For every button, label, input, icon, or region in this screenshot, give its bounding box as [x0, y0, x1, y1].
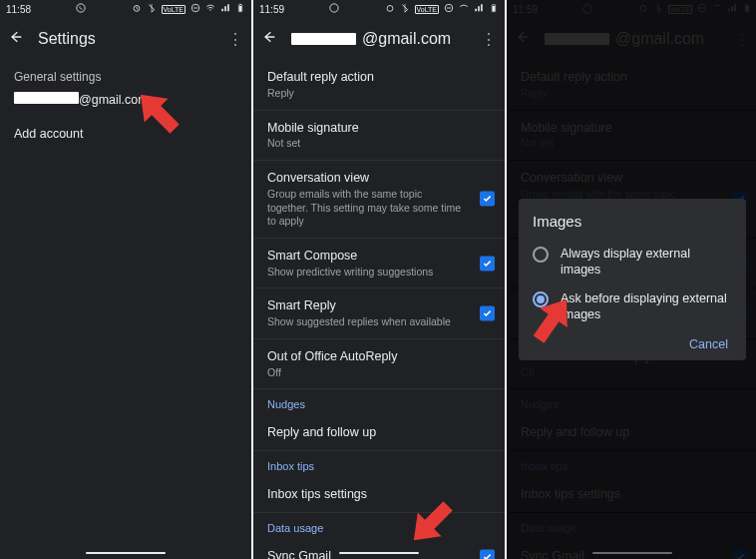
data-usage-header: Data usage	[253, 513, 505, 539]
appbar: Settings ⋮	[0, 18, 251, 60]
svg-point-0	[77, 4, 85, 12]
radio-ask[interactable]: Ask before displaying external images	[533, 284, 732, 329]
whatsapp-icon	[329, 3, 339, 15]
checkbox-icon[interactable]	[480, 192, 495, 207]
images-dialog: Images Always display external images As…	[519, 199, 746, 360]
nav-handle	[339, 552, 419, 554]
signal-icon	[474, 3, 484, 15]
wifi-icon	[459, 3, 469, 15]
checkbox-icon[interactable]	[480, 549, 495, 559]
checkbox-icon[interactable]	[480, 306, 495, 321]
account-item[interactable]: @gmail.com	[0, 88, 251, 118]
status-bar: 11:58 VoLTE	[0, 0, 251, 18]
wifi-icon	[205, 3, 215, 15]
phone-account-settings: 11:59 VoLTE @gmail.com ⋮ Default reply a…	[253, 0, 505, 559]
ooo-item[interactable]: Out of Office AutoReply Off	[253, 339, 505, 390]
sync-gmail-item[interactable]: Sync Gmail	[253, 539, 505, 559]
cancel-button[interactable]: Cancel	[685, 331, 732, 357]
svg-point-7	[387, 6, 393, 12]
mobile-sig-item[interactable]: Mobile signature Not set	[253, 111, 505, 162]
volte-icon: VoLTE	[162, 5, 187, 14]
back-icon[interactable]	[261, 29, 277, 49]
back-icon[interactable]	[8, 29, 24, 49]
bluetooth-icon	[400, 3, 410, 15]
smart-reply-item[interactable]: Smart Reply Show suggested replies when …	[253, 288, 505, 339]
svg-point-6	[330, 4, 338, 12]
inbox-tips-item[interactable]: Inbox tips settings	[253, 477, 505, 513]
phone-dialog: 11:59 VoLTE @gmail.com ⋮ Default reply a…	[507, 0, 756, 559]
alarm-icon	[385, 3, 395, 15]
dnd-icon	[190, 3, 200, 15]
dnd-icon	[444, 3, 454, 15]
battery-icon	[489, 3, 499, 15]
clock: 11:58	[6, 4, 31, 15]
default-reply-item[interactable]: Default reply action Reply	[253, 60, 505, 111]
nav-handle	[86, 552, 166, 554]
checkbox-icon[interactable]	[480, 256, 495, 271]
svg-rect-10	[493, 6, 496, 11]
page-title: @gmail.com	[291, 30, 467, 48]
overflow-icon[interactable]: ⋮	[481, 30, 497, 49]
conversation-view-item[interactable]: Conversation view Group emails with the …	[253, 161, 505, 239]
phone-settings: 11:58 VoLTE Settings ⋮ General settings …	[0, 0, 251, 559]
alarm-icon	[132, 3, 142, 15]
radio-icon	[533, 247, 549, 263]
dialog-overlay[interactable]: Images Always display external images As…	[507, 0, 756, 559]
inbox-tips-header: Inbox tips	[253, 451, 505, 477]
svg-rect-5	[239, 6, 242, 11]
clock: 11:59	[259, 4, 284, 15]
battery-icon	[235, 3, 245, 15]
redacted-email	[14, 92, 79, 104]
smart-compose-item[interactable]: Smart Compose Show predictive writing su…	[253, 239, 505, 289]
dialog-title: Images	[533, 213, 732, 230]
page-title: Settings	[38, 30, 213, 48]
nudges-header: Nudges	[253, 389, 505, 415]
signal-icon	[220, 3, 230, 15]
bluetooth-icon	[147, 3, 157, 15]
radio-always[interactable]: Always display external images	[533, 240, 732, 284]
svg-rect-4	[239, 4, 241, 5]
radio-icon	[533, 291, 549, 307]
overflow-icon[interactable]: ⋮	[227, 30, 243, 49]
general-settings-item[interactable]: General settings	[0, 60, 251, 88]
nudges-item[interactable]: Reply and follow up	[253, 415, 505, 451]
add-account-item[interactable]: Add account	[0, 118, 251, 152]
whatsapp-icon	[76, 3, 86, 15]
